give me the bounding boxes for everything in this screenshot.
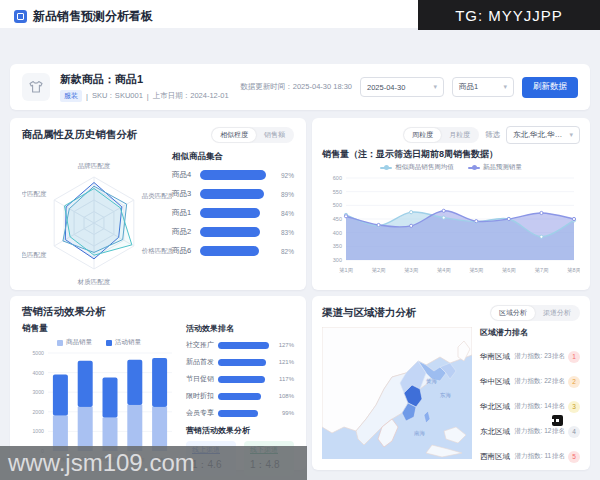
svg-text:材质匹配度: 材质匹配度 bbox=[77, 278, 111, 286]
attribute-toggle-group: 相似程度 销售额 bbox=[211, 127, 294, 143]
svg-text:第6周: 第6周 bbox=[502, 267, 516, 273]
region-filter-value: 东北,华北,华… bbox=[513, 130, 562, 140]
svg-text:品类匹配度: 品类匹配度 bbox=[142, 192, 172, 200]
svg-text:550: 550 bbox=[333, 189, 342, 195]
bar-track bbox=[218, 410, 274, 417]
svg-text:第1周: 第1周 bbox=[339, 267, 353, 273]
legend-activity-sales[interactable]: 活动销量 bbox=[106, 338, 141, 347]
marketing-analysis-panel: 营销活动效果分析 销售量 商品销量 活动销量 01000200030004000… bbox=[10, 296, 306, 470]
svg-text:450: 450 bbox=[333, 216, 342, 222]
toggle-similarity[interactable]: 相似程度 bbox=[212, 128, 256, 142]
bar-value: 89% bbox=[272, 191, 294, 198]
data-update-time: 数据更新时间：2025-04-30 18:30 bbox=[240, 82, 352, 92]
bar-value: 84% bbox=[272, 210, 294, 217]
legend-marker bbox=[380, 167, 392, 169]
sales-trend-panel: 周粒度 月粒度 筛选 东北,华北,华… ▾ 销售量（注：显示筛选日期前8周销售数… bbox=[312, 118, 590, 290]
toggle-monthly[interactable]: 月粒度 bbox=[441, 128, 478, 142]
region-filter-select[interactable]: 东北,华北,华… ▾ bbox=[506, 126, 580, 144]
bar-track bbox=[200, 246, 272, 256]
svg-text:第4周: 第4周 bbox=[437, 267, 451, 273]
similar-products-title: 相似商品集合 bbox=[172, 151, 294, 163]
potential-index: 潜力指数: 23 bbox=[515, 352, 552, 361]
rank-cell: 排名3 bbox=[552, 401, 580, 413]
bar-track bbox=[200, 208, 272, 218]
rank-cell: 排名2 bbox=[552, 376, 580, 388]
app-logo-icon bbox=[14, 10, 27, 23]
bar-label: 社交推广 bbox=[186, 340, 218, 350]
svg-text:3000: 3000 bbox=[32, 389, 44, 395]
legend-product-sales[interactable]: 商品销量 bbox=[57, 338, 92, 347]
svg-text:价格匹配度: 价格匹配度 bbox=[141, 247, 172, 255]
app-header: 新品销售预测分析看板 bbox=[14, 8, 153, 25]
svg-text:第2周: 第2周 bbox=[372, 267, 386, 273]
bar-label: 限时折扣 bbox=[186, 391, 218, 401]
svg-text:350: 350 bbox=[333, 243, 342, 249]
launch-date: 上市日期：2024-12-01 bbox=[153, 91, 229, 101]
region-name: 东北区域 bbox=[480, 427, 514, 437]
bar-track bbox=[218, 342, 274, 349]
toggle-weekly[interactable]: 周粒度 bbox=[404, 128, 441, 142]
bar-value: 92% bbox=[272, 172, 294, 179]
chevron-down-icon: ▾ bbox=[569, 131, 573, 139]
meta-separator: | bbox=[147, 92, 149, 101]
bar-value: 99% bbox=[274, 410, 294, 416]
activity-ranking-bars: 社交推广127%新品首发121%节日促销117%限时折扣108%会员专享99% bbox=[186, 340, 294, 418]
legend-label: 新品预测销量 bbox=[483, 163, 522, 172]
potential-index: 潜力指数: 12 bbox=[515, 427, 552, 436]
region-row: 华中区域潜力指数: 22排名2 bbox=[480, 369, 580, 394]
sales-area-chart: 600550500450400350300第1周第2周第3周第4周第5周第6周第… bbox=[322, 172, 580, 284]
legend-marker bbox=[57, 340, 63, 346]
svg-text:南海: 南海 bbox=[414, 430, 426, 437]
product-sku: SKU：SKU001 bbox=[92, 91, 143, 101]
bar-row: 限时折扣108% bbox=[186, 391, 294, 401]
watermark-bottom: www.jsm109.com bbox=[0, 446, 307, 480]
rank-badge: 2 bbox=[568, 376, 580, 388]
legend-forecast[interactable]: 新品预测销量 bbox=[468, 163, 522, 172]
potential-index: 潜力指数: 11 bbox=[515, 452, 551, 461]
region-ranking-title: 区域潜力排名 bbox=[480, 327, 580, 338]
bar-label: 商品2 bbox=[172, 227, 200, 237]
campaign-legend: 商品销量 活动销量 bbox=[22, 338, 176, 347]
svg-text:2000: 2000 bbox=[32, 409, 44, 415]
region-ranking-section: 区域潜力排名 华南区域潜力指数: 23排名1华中区域潜力指数: 22排名2华北区… bbox=[480, 327, 580, 469]
region-ranking-list: 华南区域潜力指数: 23排名1华中区域潜力指数: 22排名2华北区域潜力指数: … bbox=[480, 344, 580, 469]
bar-row: 商品682% bbox=[172, 246, 294, 256]
svg-text:500: 500 bbox=[333, 202, 342, 208]
svg-text:颜色匹配度: 颜色匹配度 bbox=[22, 251, 47, 259]
bar-label: 节日促销 bbox=[186, 374, 218, 384]
bar-label: 商品4 bbox=[172, 170, 200, 180]
legend-similar-avg[interactable]: 相似商品销售周均值 bbox=[380, 163, 454, 172]
bar-value: 83% bbox=[272, 229, 294, 236]
bar-label: 会员专享 bbox=[186, 408, 218, 418]
date-select[interactable]: 2025-04-30 ▾ bbox=[360, 77, 444, 97]
svg-text:1000: 1000 bbox=[32, 428, 44, 434]
toggle-sales[interactable]: 销售额 bbox=[256, 128, 293, 142]
bar-track bbox=[200, 189, 272, 199]
toggle-region-analysis[interactable]: 区域分析 bbox=[491, 306, 535, 320]
toggle-channel-analysis[interactable]: 渠道分析 bbox=[535, 306, 579, 320]
bar-value: 108% bbox=[274, 393, 294, 399]
svg-text:第5周: 第5周 bbox=[469, 267, 483, 273]
bar-row: 会员专享99% bbox=[186, 408, 294, 418]
svg-text:品牌匹配度: 品牌匹配度 bbox=[78, 162, 111, 170]
bar-track bbox=[218, 359, 274, 366]
product-info-bar: 新款商品：商品1 服装 | SKU：SKU001 | 上市日期：2024-12-… bbox=[10, 64, 590, 110]
product-info: 新款商品：商品1 服装 | SKU：SKU001 | 上市日期：2024-12-… bbox=[60, 72, 240, 102]
product-select[interactable]: 商品1 ▾ bbox=[452, 77, 514, 97]
bar-track bbox=[218, 376, 274, 383]
bar-label: 商品1 bbox=[172, 208, 200, 218]
svg-text:第8周: 第8周 bbox=[567, 267, 580, 273]
refresh-data-button[interactable]: 刷新数据 bbox=[522, 77, 578, 98]
legend-label: 活动销量 bbox=[115, 338, 141, 347]
bar-track bbox=[200, 170, 272, 180]
potential-index: 潜力指数: 14 bbox=[515, 402, 552, 411]
region-potential-panel: 渠道与区域潜力分析 区域分析 渠道分析 黄海 bbox=[312, 296, 590, 470]
rank-badge: 1 bbox=[568, 351, 580, 363]
product-select-value: 商品1 bbox=[459, 82, 478, 92]
panel-title: 渠道与区域潜力分析 bbox=[322, 306, 417, 320]
region-row: 西南区域潜力指数: 11排名5 bbox=[480, 444, 580, 469]
svg-text:400: 400 bbox=[333, 230, 342, 236]
tshirt-icon bbox=[22, 73, 50, 101]
sales-chart-legend: 相似商品销售周均值 新品预测销量 bbox=[322, 163, 580, 172]
bar-row: 商品492% bbox=[172, 170, 294, 180]
